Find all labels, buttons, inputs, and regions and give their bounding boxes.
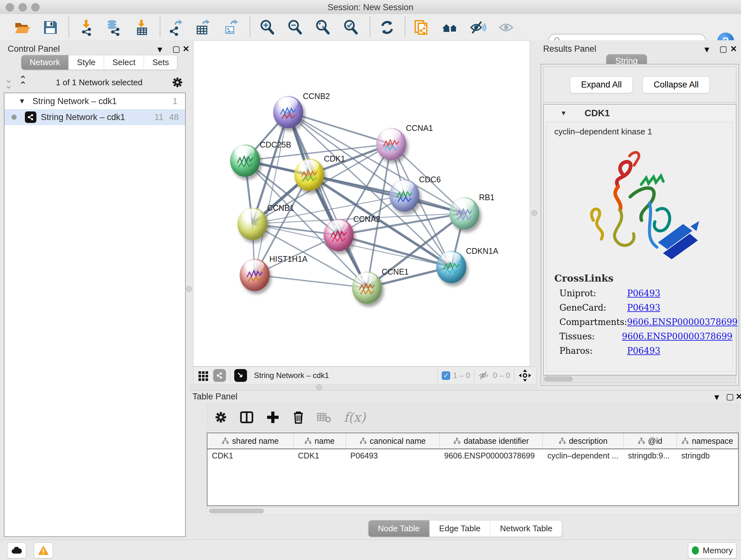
float-panel-icon[interactable]: ▼: [156, 45, 164, 54]
network-node-RB1[interactable]: [449, 197, 479, 230]
network-node-CCNB2[interactable]: [273, 96, 303, 128]
import-network-file-icon[interactable]: [77, 18, 95, 37]
tab-node-table[interactable]: Node Table: [368, 520, 429, 537]
add-column-icon[interactable]: [266, 410, 280, 424]
tab-network-table[interactable]: Network Table: [490, 520, 562, 537]
expand-all-button[interactable]: Expand All: [570, 76, 633, 93]
collection-expand-arrow-icon[interactable]: ▼: [18, 97, 25, 105]
export-table-icon[interactable]: [193, 18, 211, 37]
column-header-name[interactable]: name: [293, 433, 346, 449]
network-node-CCNE1[interactable]: [352, 271, 382, 304]
network-node-CDC6[interactable]: [389, 179, 419, 212]
right-divider-handle[interactable]: [531, 210, 537, 216]
column-header-shared-name[interactable]: shared name: [207, 433, 293, 449]
function-builder-icon[interactable]: f(x): [344, 410, 366, 425]
zoom-out-icon[interactable]: [286, 18, 304, 37]
network-node-CCNB1[interactable]: [238, 207, 267, 240]
network-node-CDKN1A[interactable]: [436, 251, 466, 283]
close-panel-icon[interactable]: ✕: [730, 45, 737, 53]
table-cell[interactable]: P06493: [346, 449, 440, 462]
left-divider-handle[interactable]: [186, 286, 192, 292]
crosslink-link[interactable]: 9606.ENSP00000378699: [622, 331, 732, 341]
collapse-all-networks-icon[interactable]: ⌄⌄: [4, 77, 12, 88]
table-cell[interactable]: 9606.ENSP00000378699: [440, 449, 543, 462]
show-columns-icon[interactable]: [240, 410, 254, 424]
warning-status-button[interactable]: [34, 543, 53, 558]
table-cell[interactable]: stringdb: [677, 449, 738, 462]
network-node-CCNA2[interactable]: [324, 219, 354, 251]
tab-sets[interactable]: Sets: [144, 55, 177, 70]
maximize-panel-icon[interactable]: ▢: [726, 392, 734, 401]
string-home-icon[interactable]: [441, 18, 459, 37]
network-node-HIST1H1A[interactable]: [240, 259, 270, 291]
grid-view-icon[interactable]: [198, 370, 209, 381]
hide-selected-eye-icon[interactable]: [469, 18, 487, 37]
tab-edge-table[interactable]: Edge Table: [429, 520, 490, 537]
zoom-in-icon[interactable]: [259, 18, 276, 37]
crosslink-link[interactable]: P06493: [627, 346, 660, 356]
gene-section-header[interactable]: ▼ CDK1: [544, 105, 736, 121]
save-session-icon[interactable]: [42, 18, 59, 37]
column-header--id[interactable]: @id: [623, 433, 677, 449]
column-header-database-identifier[interactable]: database identifier: [440, 433, 543, 449]
delete-table-icon[interactable]: [317, 411, 332, 424]
selected-nodes-checkbox[interactable]: ✓: [442, 371, 450, 380]
memory-button[interactable]: Memory: [688, 543, 737, 558]
import-table-icon[interactable]: [133, 18, 151, 37]
network-edge[interactable]: [255, 112, 288, 275]
tab-select[interactable]: Select: [104, 55, 144, 70]
export-network-icon[interactable]: [166, 18, 184, 37]
show-all-eye-icon[interactable]: [497, 18, 515, 37]
float-panel-icon[interactable]: ▼: [713, 393, 721, 401]
network-collection-row[interactable]: ▼ String Network – cdk1 1: [4, 93, 185, 109]
crosslink-link[interactable]: 9606.ENSP00000378699: [627, 317, 738, 327]
network-edge[interactable]: [255, 275, 367, 288]
zoom-selected-icon[interactable]: [342, 18, 360, 37]
table-cell[interactable]: CDK1: [207, 449, 293, 462]
maximize-panel-icon[interactable]: ▢: [719, 45, 727, 53]
column-header-namespace[interactable]: namespace: [677, 433, 738, 449]
network-view-type-icon[interactable]: [213, 369, 226, 382]
birds-eye-view-icon[interactable]: [234, 369, 247, 382]
crosslink-link[interactable]: P06493: [627, 288, 660, 298]
close-panel-icon[interactable]: ✕: [183, 45, 190, 53]
crosslink-link[interactable]: P06493: [627, 303, 660, 313]
table-scrollbar[interactable]: [207, 507, 739, 515]
section-expand-arrow-icon[interactable]: ▼: [560, 110, 567, 117]
hidden-eye-icon[interactable]: [478, 371, 490, 380]
collapse-all-button[interactable]: Collapse All: [643, 76, 710, 93]
close-panel-icon[interactable]: ✕: [736, 392, 741, 401]
column-header-canonical-name[interactable]: canonical name: [346, 433, 440, 449]
horizontal-splitter[interactable]: [189, 384, 538, 390]
cloud-status-button[interactable]: [7, 543, 26, 558]
open-session-icon[interactable]: [13, 18, 31, 37]
splitter-handle[interactable]: [316, 384, 322, 390]
network-node-CCNA1[interactable]: [376, 128, 406, 160]
results-scrollbar-thumb[interactable]: [544, 376, 573, 381]
table-options-gear-icon[interactable]: [214, 411, 227, 424]
table-cell[interactable]: CDK1: [293, 449, 346, 462]
tab-style[interactable]: Style: [69, 55, 104, 70]
network-edge[interactable]: [288, 112, 391, 144]
refresh-styles-icon[interactable]: [378, 18, 396, 37]
float-panel-icon[interactable]: ▼: [703, 45, 711, 54]
maximize-panel-icon[interactable]: ▢: [172, 45, 180, 53]
network-edge[interactable]: [309, 175, 464, 213]
tab-network[interactable]: Network: [21, 55, 69, 70]
column-header-description[interactable]: description: [543, 433, 623, 449]
table-scrollbar-thumb[interactable]: [209, 509, 264, 513]
delete-column-icon[interactable]: [292, 410, 305, 424]
network-canvas[interactable]: CCNB2CCNA1CDC25BCDK1CDC6RB1CCNB1CCNA2HIS…: [193, 40, 530, 367]
expand-all-networks-icon[interactable]: ⌃⌃: [19, 77, 27, 88]
clone-network-icon[interactable]: [412, 18, 430, 37]
network-node-CDK1[interactable]: [294, 159, 324, 191]
table-row[interactable]: CDK1CDK1P064939606.ENSP00000378699cyclin…: [207, 449, 738, 462]
import-network-database-icon[interactable]: [105, 18, 122, 37]
results-scrollbar[interactable]: [543, 375, 736, 383]
table-cell[interactable]: stringdb:9...: [623, 449, 677, 462]
zoom-fit-icon[interactable]: [314, 18, 332, 37]
network-options-gear-icon[interactable]: [172, 76, 184, 88]
network-node-CDC25B[interactable]: [230, 144, 260, 177]
pan-crosshair-icon[interactable]: [518, 369, 532, 382]
network-row[interactable]: String Network – cdk1 11 48: [4, 109, 185, 125]
